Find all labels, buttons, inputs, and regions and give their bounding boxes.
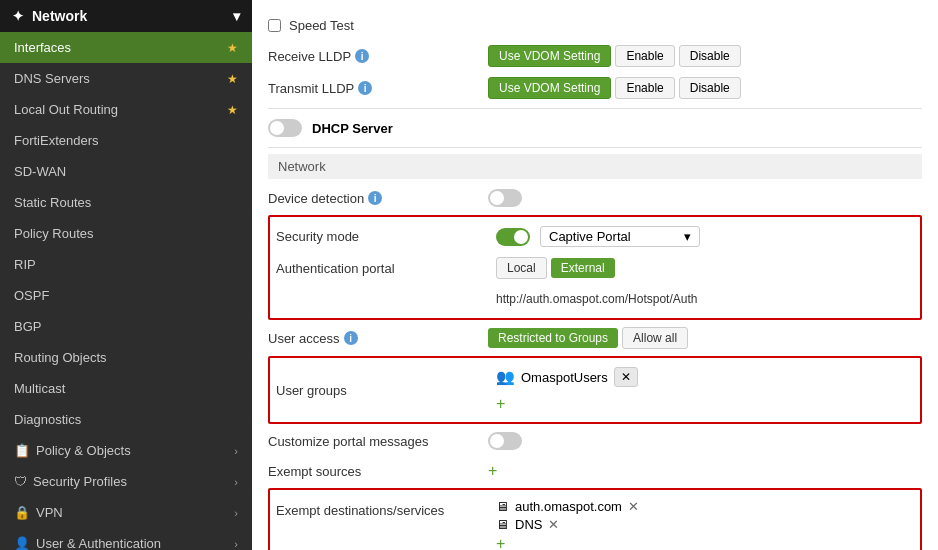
info-icon[interactable]: i	[344, 331, 358, 345]
sidebar-item-ospf[interactable]: OSPF	[0, 280, 252, 311]
device-detection-toggle[interactable]	[488, 189, 522, 207]
dhcp-server-label: DHCP Server	[312, 121, 393, 136]
user-groups-row: User groups 👥 OmaspotUsers ✕ +	[276, 362, 914, 418]
customize-portal-toggle[interactable]	[488, 432, 522, 450]
user-groups-section: User groups 👥 OmaspotUsers ✕ +	[268, 356, 922, 424]
transmit-lldp-enable-button[interactable]: Enable	[615, 77, 674, 99]
receive-lldp-vdom-button[interactable]: Use VDOM Setting	[488, 45, 611, 67]
auth-url-row: http://auth.omaspot.com/Hotspot/Auth	[276, 284, 914, 314]
device-detection-row: Device detection i	[268, 183, 922, 213]
security-section: Security mode Captive Portal ▾ Authentic…	[268, 215, 922, 320]
sidebar-expand-icon: ▾	[233, 8, 240, 24]
add-exempt-dest-button[interactable]: +	[496, 535, 505, 550]
user-icon: 👤	[14, 536, 30, 550]
sidebar-item-label: Policy & Objects	[36, 443, 234, 458]
security-mode-row: Security mode Captive Portal ▾	[276, 221, 914, 252]
sidebar-item-label: VPN	[36, 505, 234, 520]
main-content-area: Speed Test Receive LLDP i Use VDOM Setti…	[252, 0, 938, 550]
sidebar-item-multicast[interactable]: Multicast	[0, 373, 252, 404]
star-icon: ★	[227, 103, 238, 117]
network-section: Network	[268, 154, 922, 179]
user-groups-label: User groups	[276, 383, 347, 398]
local-button[interactable]: Local	[496, 257, 547, 279]
sidebar-item-security-profiles[interactable]: 🛡 Security Profiles ›	[0, 466, 252, 497]
security-profiles-icon: 🛡	[14, 474, 27, 489]
policy-objects-icon: 📋	[14, 443, 30, 458]
sidebar-header[interactable]: ✦ Network ▾	[0, 0, 252, 32]
customize-portal-row: Customize portal messages	[268, 426, 922, 456]
transmit-lldp-row: Transmit LLDP i Use VDOM Setting Enable …	[268, 72, 922, 104]
add-user-group-button[interactable]: +	[496, 395, 505, 412]
exempt-dest-section: Exempt destinations/services 🖥 auth.omas…	[268, 488, 922, 550]
dropdown-arrow-icon: ▾	[684, 229, 691, 244]
security-mode-dropdown[interactable]: Captive Portal ▾	[540, 226, 700, 247]
remove-exempt-dest-2-button[interactable]: ✕	[548, 517, 559, 532]
sidebar-item-label: OSPF	[14, 288, 49, 303]
security-mode-toggle[interactable]	[496, 228, 530, 246]
device-detection-label: Device detection	[268, 191, 364, 206]
sidebar-item-forti-extenders[interactable]: FortiExtenders	[0, 125, 252, 156]
sidebar-item-label: RIP	[14, 257, 36, 272]
network-icon-1: 🖥	[496, 499, 509, 514]
chevron-right-icon: ›	[234, 476, 238, 488]
sidebar-item-label: Local Out Routing	[14, 102, 118, 117]
sidebar-item-label: Interfaces	[14, 40, 71, 55]
exempt-dest-1: auth.omaspot.com	[515, 499, 622, 514]
sidebar-item-rip[interactable]: RIP	[0, 249, 252, 280]
customize-portal-label: Customize portal messages	[268, 434, 428, 449]
chevron-right-icon: ›	[234, 538, 238, 550]
info-icon[interactable]: i	[358, 81, 372, 95]
sidebar-item-sd-wan[interactable]: SD-WAN	[0, 156, 252, 187]
auth-portal-label: Authentication portal	[276, 261, 395, 276]
sidebar-item-policy-routes[interactable]: Policy Routes	[0, 218, 252, 249]
sidebar-item-local-out-routing[interactable]: Local Out Routing ★	[0, 94, 252, 125]
exempt-dest-row: Exempt destinations/services 🖥 auth.omas…	[276, 494, 914, 550]
restricted-button[interactable]: Restricted to Groups	[488, 328, 618, 348]
exempt-sources-label: Exempt sources	[268, 464, 361, 479]
remove-user-group-button[interactable]: ✕	[614, 367, 638, 387]
speed-test-checkbox[interactable]	[268, 19, 281, 32]
dhcp-toggle[interactable]	[268, 119, 302, 137]
sidebar-item-label: User & Authentication	[36, 536, 234, 550]
user-groups-value: OmaspotUsers	[521, 370, 608, 385]
sidebar-item-label: SD-WAN	[14, 164, 66, 179]
receive-lldp-disable-button[interactable]: Disable	[679, 45, 741, 67]
transmit-lldp-vdom-button[interactable]: Use VDOM Setting	[488, 77, 611, 99]
sidebar-item-label: FortiExtenders	[14, 133, 99, 148]
security-mode-label: Security mode	[276, 229, 359, 244]
sidebar-item-policy-objects[interactable]: 📋 Policy & Objects ›	[0, 435, 252, 466]
receive-lldp-enable-button[interactable]: Enable	[615, 45, 674, 67]
transmit-lldp-disable-button[interactable]: Disable	[679, 77, 741, 99]
chevron-right-icon: ›	[234, 445, 238, 457]
auth-portal-row: Authentication portal Local External	[276, 252, 914, 284]
sidebar-title: Network	[32, 8, 87, 24]
sidebar-item-dns-servers[interactable]: DNS Servers ★	[0, 63, 252, 94]
info-icon[interactable]: i	[368, 191, 382, 205]
sidebar-item-label: Routing Objects	[14, 350, 107, 365]
vpn-icon: 🔒	[14, 505, 30, 520]
sidebar-item-static-routes[interactable]: Static Routes	[0, 187, 252, 218]
users-icon: 👥	[496, 368, 515, 386]
add-exempt-source-button[interactable]: +	[488, 462, 497, 480]
info-icon[interactable]: i	[355, 49, 369, 63]
receive-lldp-label: Receive LLDP	[268, 49, 351, 64]
sidebar-item-interfaces[interactable]: Interfaces ★	[0, 32, 252, 63]
sidebar-item-vpn[interactable]: 🔒 VPN ›	[0, 497, 252, 528]
sidebar-item-diagnostics[interactable]: Diagnostics	[0, 404, 252, 435]
sidebar-item-routing-objects[interactable]: Routing Objects	[0, 342, 252, 373]
allow-all-button[interactable]: Allow all	[622, 327, 688, 349]
sidebar-item-label: Diagnostics	[14, 412, 81, 427]
exempt-dest-2: DNS	[515, 517, 542, 532]
sidebar-item-user-auth[interactable]: 👤 User & Authentication ›	[0, 528, 252, 550]
sidebar-item-label: Static Routes	[14, 195, 91, 210]
external-button[interactable]: External	[551, 258, 615, 278]
sidebar-item-label: Multicast	[14, 381, 65, 396]
network-icon-2: 🖥	[496, 517, 509, 532]
sidebar-item-bgp[interactable]: BGP	[0, 311, 252, 342]
remove-exempt-dest-1-button[interactable]: ✕	[628, 499, 639, 514]
divider	[268, 108, 922, 109]
user-access-row: User access i Restricted to Groups Allow…	[268, 322, 922, 354]
sidebar: ✦ Network ▾ Interfaces ★ DNS Servers ★ L…	[0, 0, 252, 550]
sidebar-item-label: DNS Servers	[14, 71, 90, 86]
chevron-right-icon: ›	[234, 507, 238, 519]
